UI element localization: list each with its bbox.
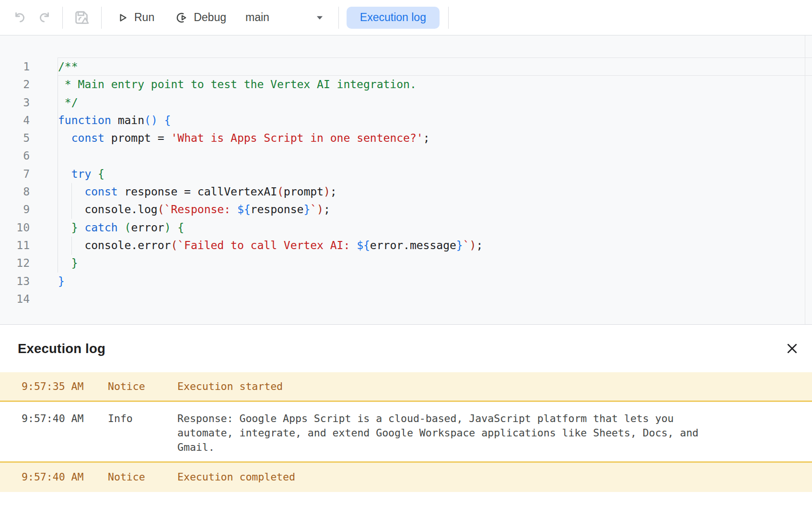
code-token: [58, 221, 71, 234]
code-token: ;: [476, 239, 483, 252]
code-line[interactable]: 11 console.error(`Failed to call Vertex …: [0, 237, 812, 254]
execution-log-button[interactable]: Execution log: [347, 7, 440, 29]
code-line[interactable]: 14: [0, 290, 812, 308]
code-token: catch: [84, 221, 117, 234]
log-message-line: Response: Google Apps Script is a cloud-…: [177, 412, 740, 426]
code-line[interactable]: 10 } catch (error) {: [0, 219, 812, 237]
code-token: const: [84, 185, 117, 198]
log-message-line: Execution completed: [177, 470, 740, 484]
line-number: 3: [0, 94, 30, 112]
code-token: `: [463, 239, 470, 252]
code-line[interactable]: 3 */: [0, 94, 812, 112]
code-token: response: [251, 203, 304, 216]
toolbar-divider: [338, 7, 339, 29]
code-line[interactable]: 4function main() {: [0, 112, 812, 129]
function-selector-value: main: [245, 11, 269, 24]
code-token: (: [125, 221, 131, 234]
code-token: const: [71, 132, 104, 144]
code-token: ${: [237, 203, 251, 216]
code-token: response = callVertexAI: [118, 185, 277, 198]
log-row: 9:57:35 AMNoticeExecution started: [0, 372, 812, 402]
log-message-line: automate, integrate, and extend Google W…: [177, 426, 740, 440]
code-line[interactable]: 12 }: [0, 254, 812, 272]
code-token: main: [111, 114, 144, 126]
code-token: try: [71, 168, 92, 180]
line-number: 8: [0, 183, 30, 201]
code-line-text: const prompt = 'What is Apps Script in o…: [58, 129, 430, 147]
code-token: {: [177, 221, 184, 234]
log-message-line: Execution started: [177, 379, 740, 394]
code-token: error.message: [370, 239, 456, 252]
log-message: Execution completed: [177, 470, 812, 484]
toolbar-divider: [448, 7, 449, 29]
code-line[interactable]: 1/**: [0, 58, 812, 76]
code-line[interactable]: 13}: [0, 273, 812, 290]
code-line[interactable]: 2 * Main entry point to test the Vertex …: [0, 76, 812, 93]
code-line[interactable]: 7 try {: [0, 165, 812, 183]
run-button[interactable]: Run: [116, 11, 154, 24]
code-token: function: [58, 114, 111, 126]
code-token: (: [277, 185, 284, 198]
code-line-text: }: [58, 273, 65, 290]
code-token: }: [58, 275, 65, 287]
panel-title: Execution log: [18, 341, 784, 356]
code-line-text: } catch (error) {: [58, 219, 184, 237]
code-token: [78, 221, 85, 234]
code-token: [91, 168, 98, 180]
code-token: ${: [357, 239, 370, 252]
code-token: [58, 185, 84, 198]
code-line[interactable]: 6: [0, 147, 812, 165]
code-line[interactable]: 9 console.log(`Response: ${response}`);: [0, 201, 812, 218]
log-message: Response: Google Apps Script is a cloud-…: [177, 412, 812, 455]
code-token: `Failed to call Vertex AI:: [177, 239, 357, 252]
code-line-text: const response = callVertexAI(prompt);: [58, 183, 337, 201]
log-timestamp: 9:57:40 AM: [22, 412, 108, 426]
log-level: Notice: [108, 470, 177, 484]
code-token: }: [71, 221, 78, 234]
code-token: */: [58, 96, 78, 109]
code-token: ): [317, 203, 324, 216]
code-token: 'What is Apps Script in one sentence?': [171, 132, 423, 144]
code-line[interactable]: 5 const prompt = 'What is Apps Script in…: [0, 129, 812, 147]
code-token: ;: [330, 185, 337, 198]
log-level: Notice: [108, 379, 177, 394]
code-token: `: [310, 203, 317, 216]
log-row: 9:57:40 AMInfoResponse: Google Apps Scri…: [0, 402, 812, 461]
code-line[interactable]: 8 const response = callVertexAI(prompt);: [0, 183, 812, 201]
code-token: prompt =: [104, 132, 171, 144]
code-line-text: }: [58, 254, 78, 272]
code-token: (: [171, 239, 177, 252]
line-number: 14: [0, 290, 30, 308]
undo-button[interactable]: [12, 11, 27, 25]
line-number: 5: [0, 129, 30, 147]
code-line-text: * Main entry point to test the Vertex AI…: [58, 76, 417, 93]
code-token: [58, 168, 71, 180]
execution-log-button-label: Execution log: [360, 11, 426, 23]
log-timestamp: 9:57:35 AM: [22, 379, 108, 394]
code-editor[interactable]: 1/**2 * Main entry point to test the Ver…: [0, 35, 812, 325]
code-line-text: */: [58, 94, 78, 112]
code-lines: 1/**2 * Main entry point to test the Ver…: [0, 35, 812, 308]
redo-button[interactable]: [37, 11, 52, 25]
code-token: ): [164, 221, 171, 234]
run-label: Run: [134, 11, 154, 24]
execution-log-panel: Execution log 9:57:35 AMNoticeExecution …: [0, 325, 812, 526]
debug-button[interactable]: Debug: [174, 11, 226, 25]
function-selector[interactable]: main: [245, 11, 326, 24]
code-token: * Main entry point to test the Vertex AI…: [58, 78, 417, 91]
toolbar: Run Debug main Execution log: [0, 0, 812, 35]
code-token: [58, 257, 71, 269]
log-row: 9:57:40 AMNoticeExecution completed: [0, 461, 812, 492]
code-token: console.error: [58, 239, 171, 252]
close-button[interactable]: [784, 341, 800, 357]
code-line-text: /**: [58, 58, 78, 76]
save-button[interactable]: [72, 9, 91, 27]
code-token: {: [98, 168, 104, 180]
code-token: ): [470, 239, 476, 252]
code-token: /**: [58, 60, 78, 73]
code-token: }: [303, 203, 310, 216]
line-number: 9: [0, 201, 30, 218]
code-token: ;: [324, 203, 330, 216]
code-token: prompt: [284, 185, 324, 198]
log-timestamp: 9:57:40 AM: [22, 470, 108, 484]
